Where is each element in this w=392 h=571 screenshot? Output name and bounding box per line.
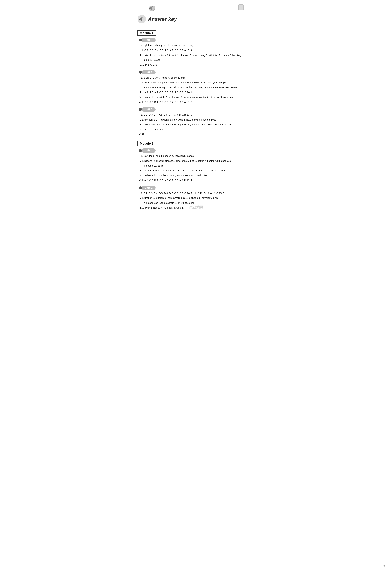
section-line: II. 1. too; for; to 2. How long 3. How w…: [139, 118, 255, 122]
svg-rect-10: [238, 5, 239, 10]
roman-numeral: III.: [139, 169, 142, 172]
unit-section-1-1: Unit 1I. 1. opinion 2. Though 3. discuss…: [137, 38, 255, 67]
unit-dot-icon: [139, 71, 142, 74]
unit-dot-icon: [139, 186, 142, 189]
unit-dot-icon: [139, 149, 142, 152]
section-line: I. 1. B 2. C 3. B 4. D 5. B 6. D 7. C 8.…: [139, 191, 255, 195]
top-icons-area: [137, 3, 255, 13]
line-content: 1. visit 2. have written 3. to wait for …: [142, 54, 241, 57]
unit-badge-wrap: Unit 3: [139, 107, 255, 112]
svg-rect-13: [139, 19, 140, 20]
line-content: 1. D 2. C 3. B: [142, 63, 157, 66]
section-line: II. 1. until/on 2. different 3. somewher…: [139, 196, 255, 200]
modules-container: Module 1Unit 1I. 1. opinion 2. Though 3.…: [137, 30, 255, 210]
section-line: III. 1. C 2. C 3. B 4. C 5. A 6. D 7. C …: [139, 168, 255, 173]
section-line: I. 1. opinion 2. Though 3. discussion 4.…: [139, 44, 255, 47]
line-content: 1. F 2. F 3. T 4. T 5. T: [142, 128, 166, 131]
roman-numeral: III.: [139, 206, 142, 209]
roman-numeral: I.: [139, 154, 141, 157]
roman-numeral: II.: [139, 159, 142, 162]
line-content: 1. A 2. A 3. A 4. C 5. B 6. D 7. A 8. C …: [142, 91, 193, 94]
unit-badge: Unit 1: [141, 38, 156, 42]
line-content: 1. C 2. D 3. C 4. B 5. A 6. A 7. B 8. B …: [141, 49, 192, 52]
section-line: V. 1. A 2. C 3. B 4. D 5. A 6. C 7. B 8.…: [139, 178, 255, 182]
roman-numeral: IV.: [139, 174, 142, 177]
line-content: 1. D 2. D 3. B 4. A 5. B 6. C 7. C 8. D …: [141, 113, 193, 116]
line-content: 1. founded 2. flag 3. season 4. vacation…: [141, 154, 194, 157]
section-line: III. 1. visit 2. have written 3. to wait…: [139, 53, 255, 57]
section-line: IV. 1. D 2. C 3. B: [139, 63, 255, 67]
section-line-extra: 7. as soon as 8. to celebrate 9. on 10. …: [143, 201, 255, 205]
unit-badge-wrap: Unit 2: [139, 186, 255, 190]
unit-badge: Unit 2: [141, 70, 156, 75]
section-line: I. 1. silent 2. silver 3. huge 4. below …: [139, 76, 255, 80]
section-content: I. 1. B 2. C 3. B 4. D 5. B 6. D 7. C 8.…: [139, 191, 255, 210]
svg-rect-6: [238, 5, 243, 10]
section-line-extra: 9. go 10. to see: [143, 58, 255, 62]
line-content: 1. opinion 2. Though 3. discussion 4. lo…: [141, 44, 193, 47]
unit-section-1-2: Unit 2I. 1. silent 2. silver 3. huge 4. …: [137, 70, 255, 104]
megaphone-icon: [147, 3, 157, 13]
roman-numeral: V.: [139, 133, 142, 135]
section-line: III. 1. over 2. Not 3. on 4. loudly 5. O…: [139, 206, 255, 210]
line-content: 1. a five-metre-deep stream/river 2. a m…: [141, 81, 226, 84]
book-icon: [237, 3, 245, 11]
section-line-extra: 4. an 800-metre-high mountain 5. a 200-m…: [143, 85, 255, 90]
roman-numeral: I.: [139, 76, 141, 79]
section-line: II. 1. C 2. D 3. C 4. B 5. A 6. A 7. B 8…: [139, 48, 255, 52]
roman-numeral: III.: [139, 91, 142, 94]
line-content: 1. Look over there 2. had a meeting 3. H…: [142, 123, 233, 126]
answer-key-header: Answer key: [137, 15, 255, 25]
unit-badge: Unit 3: [141, 107, 156, 112]
roman-numeral: I.: [139, 113, 141, 116]
roman-numeral: V.: [139, 179, 142, 182]
roman-numeral: IV.: [139, 63, 142, 66]
section-line: II. 1. national 2. most 3. closest 4. di…: [139, 159, 255, 163]
line-content: 1. B 2. C 3. B 4. D 5. B 6. D 7. C 8. B …: [141, 192, 225, 195]
unit-badge-wrap: Unit 2: [139, 70, 255, 75]
answer-key-logo: [137, 15, 146, 24]
unit-section-2-1: Unit 1I. 1. founded 2. flag 3. season 4.…: [137, 149, 255, 182]
module-box-1: Module 1: [137, 30, 156, 36]
section-line: V. 1. D 2. A 3. B 4. B 5. C 6. B 7. B 8.…: [139, 100, 255, 104]
line-content: 1. D 2. A 3. B 4. B 5. C 6. B 7. B 8. A …: [141, 101, 192, 103]
section-line: IV. 1. natural 2. certainly 3. is cleani…: [139, 95, 255, 99]
roman-numeral: II.: [139, 196, 142, 199]
unit-badge: Unit 1: [141, 149, 156, 153]
section-content: I. 1. silent 2. silver 3. huge 4. below …: [139, 76, 255, 104]
line-content: 1. natural 2. certainly 3. is cleaning 4…: [142, 96, 233, 99]
unit-dot-icon: [139, 108, 142, 111]
answer-key-title: Answer key: [148, 16, 177, 22]
line-content: 1. until/on 2. different 3. somewhere ni…: [141, 196, 218, 199]
line-content: 1. When will 2. It's; be 3. What; want 4…: [142, 174, 207, 177]
unit-section-1-3: Unit 3I. 1. D 2. D 3. B 4. A 5. B 6. C 7…: [137, 107, 255, 136]
line-content: 1. too; for; to 2. How long 3. How wide …: [141, 118, 216, 121]
roman-numeral: III.: [139, 123, 142, 126]
section-content: I. 1. founded 2. flag 3. season 4. vacat…: [139, 154, 255, 182]
line-content: 1. A 2. C 3. B 4. D 5. A 6. C 7. B 8. A …: [141, 179, 192, 182]
line-content: 1. over 2. Not 3. on 4. loudly 5. Out; i…: [142, 206, 183, 209]
section-line: III. 1. A 2. A 3. A 4. C 5. B 6. D 7. A …: [139, 90, 255, 94]
roman-numeral: I.: [139, 192, 141, 195]
section-line: V. 略。: [139, 132, 255, 136]
section-line: I. 1. founded 2. flag 3. season 4. vacat…: [139, 154, 255, 158]
roman-numeral: V.: [139, 101, 142, 103]
section-line-extra: 9. eating 10. earlier: [143, 164, 255, 168]
roman-numeral: IV.: [139, 96, 142, 99]
roman-numeral: I.: [139, 44, 141, 47]
section-line: IV. 1. F 2. F 3. T 4. T 5. T: [139, 128, 255, 132]
section-line: IV. 1. When will 2. It's; be 3. What; wa…: [139, 173, 255, 178]
unit-dot-icon: [139, 39, 142, 42]
section-line: I. 1. D 2. D 3. B 4. A 5. B 6. C 7. C 8.…: [139, 113, 255, 117]
roman-numeral: II.: [139, 81, 142, 84]
section-line: II. 1. a five-metre-deep stream/river 2.…: [139, 81, 255, 85]
line-content: 1. silent 2. silver 3. huge 4. below 5. …: [141, 76, 185, 79]
roman-numeral: IV.: [139, 128, 142, 131]
section-content: I. 1. D 2. D 3. B 4. A 5. B 6. C 7. C 8.…: [139, 113, 255, 136]
section-line: III. 1. Look over there 2. had a meeting…: [139, 123, 255, 127]
roman-numeral: II.: [139, 49, 142, 52]
section-content: I. 1. opinion 2. Though 3. discussion 4.…: [139, 44, 255, 67]
svg-rect-2: [149, 8, 150, 9]
unit-badge-wrap: Unit 1: [139, 38, 255, 42]
unit-badge: Unit 2: [141, 186, 156, 190]
